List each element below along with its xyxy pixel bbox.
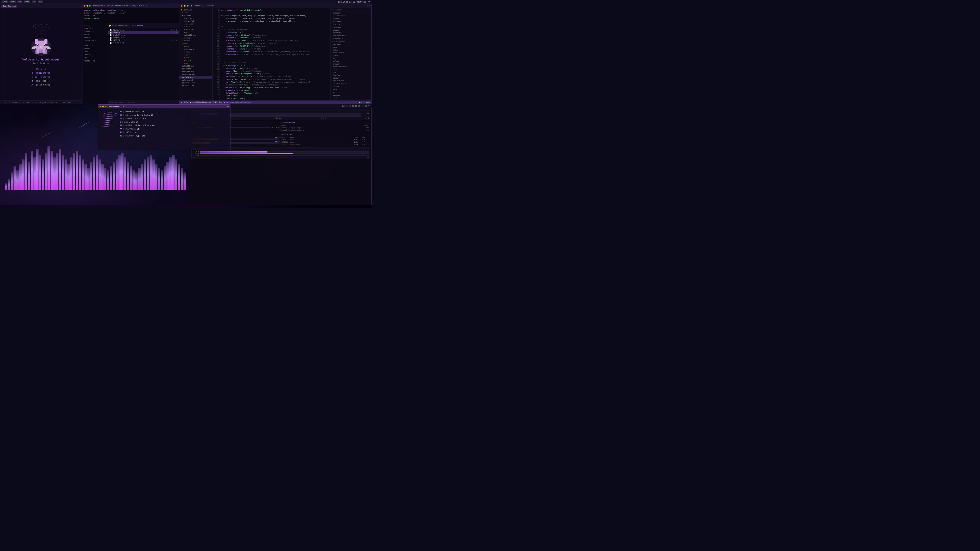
- fm-sidebar-home[interactable]: home lab: [83, 44, 108, 47]
- right-item-locale[interactable]: locale: [331, 29, 371, 32]
- tree-style[interactable]: ► style: [180, 59, 212, 62]
- tree-pkgs[interactable]: ► pkgs: [180, 53, 212, 56]
- file-icon-installsh: ■: [183, 85, 183, 87]
- editor-min-button[interactable]: [184, 5, 186, 6]
- tree-hardware-label: hardware: [186, 48, 194, 50]
- svg-rect-2: [45, 39, 48, 44]
- right-item-system[interactable]: system: [331, 17, 371, 20]
- minimize-button[interactable]: [86, 5, 88, 6]
- filemanager-panel: emmet@snowfire: /home/emmet/.dotfiles/fl…: [82, 3, 179, 104]
- tree-hardensh[interactable]: ■ harden.sh: [180, 79, 212, 81]
- neofetch-max[interactable]: [105, 106, 106, 107]
- tree-personal[interactable]: ► personal: [180, 22, 212, 25]
- tree-themes[interactable]: ► themes: [180, 39, 212, 42]
- tree-readme3[interactable]: ■ README.org: [180, 70, 212, 73]
- qb-menu-closetab[interactable]: [x] [Close tab]: [30, 83, 52, 87]
- fm-sidebar-octave[interactable]: Octave-work: [83, 39, 108, 42]
- qutebrowser-active-tab[interactable]: Tech Profile: [1, 5, 18, 8]
- right-item-font[interactable]: font: [331, 71, 371, 74]
- file-row-license[interactable]: 📄 LICENSE 34.2 K: [108, 39, 179, 41]
- fm-sidebar-wsl[interactable]: wsl: [83, 56, 108, 59]
- right-item-dotfilesdir[interactable]: dotfilesDir: [331, 51, 371, 54]
- editor-max-button[interactable]: [187, 5, 189, 6]
- right-item-nixsystem[interactable]: system: [331, 85, 371, 88]
- tree-readme-profiles[interactable]: ■ README.org: [180, 34, 212, 37]
- right-item-email[interactable]: email: [331, 48, 371, 51]
- fm-sidebar-readme[interactable]: README.org: [83, 59, 108, 62]
- tree-git[interactable]: ► .git: [180, 11, 212, 14]
- right-item-bootmode[interactable]: bootMode: [331, 32, 371, 34]
- right-item-nixsrc[interactable]: src: [331, 91, 371, 94]
- fm-sidebar-worklab[interactable]: worklab: [83, 53, 108, 56]
- status-bar-left: Tech 100% 20% 100% 28 10S: [2, 0, 43, 3]
- right-item-browser[interactable]: browser: [331, 62, 371, 65]
- editor-code-content[interactable]: description = "Flake of LibrePhoenix"; o…: [220, 8, 331, 100]
- fm-sidebar-homelab[interactable]: home lab: [83, 27, 108, 30]
- sysmon-net-fill2: [200, 153, 293, 154]
- neofetch-close[interactable]: [100, 106, 101, 107]
- fm-sidebar-bookmarks[interactable]: Bookmarks: [83, 30, 108, 33]
- file-icon-readme1: ■: [185, 34, 186, 36]
- audio-bar-59: [172, 155, 175, 190]
- tree-worklab[interactable]: ► worklab: [180, 28, 212, 31]
- qb-menu-quickmarks[interactable]: [b] [Quickmarks]: [30, 71, 52, 75]
- tree-homelab[interactable]: ► home lab: [180, 20, 212, 22]
- tree-installsh[interactable]: ■ install.sh: [180, 84, 212, 87]
- fm-sidebar-work[interactable]: work: [83, 50, 108, 53]
- tree-profiles[interactable]: ▼ profiles: [180, 17, 212, 20]
- right-item-defaultroamdir[interactable]: defaultRoamDir: [331, 65, 371, 68]
- maximize-button[interactable]: [89, 5, 91, 6]
- qb-menu-newtab[interactable]: [t] [New tab]: [30, 79, 52, 83]
- tree-patches[interactable]: ► patches: [180, 14, 212, 17]
- right-item-theme[interactable]: theme: [331, 54, 371, 57]
- right-item-nixname[interactable]: name: [331, 88, 371, 91]
- svg-rect-9: [35, 49, 39, 54]
- file-row-flakenix[interactable]: 📄 flake.nix 2.26 K: [108, 32, 179, 34]
- tree-user[interactable]: ▼ user: [180, 42, 212, 45]
- right-item-profile[interactable]: profile: [331, 23, 371, 26]
- qb-url: file:///home/emmet/.browser/Tech/config/…: [1, 102, 72, 103]
- right-item-spawneditor[interactable]: spawnEditor: [331, 79, 371, 82]
- right-item-editor[interactable]: editor: [331, 76, 371, 79]
- tree-root[interactable]: ▼ .dotfiles: [180, 8, 212, 11]
- neofetch-menu[interactable]: ☰: [227, 106, 229, 108]
- qb-menu-history[interactable]: [S h] [History]: [30, 75, 52, 79]
- tree-desktop[interactable]: ■ desktop.png: [180, 73, 212, 76]
- right-item-wmtype[interactable]: wmType: [331, 60, 371, 62]
- tree-app[interactable]: ► app: [180, 45, 212, 48]
- tree-installorg[interactable]: ■ install.org: [180, 81, 212, 84]
- tree-flakenix[interactable]: ■ flake.nix: [180, 76, 212, 79]
- tree-readme2[interactable]: ■ README.org: [180, 65, 212, 67]
- right-item-bootmountpath[interactable]: bootMountPath: [331, 34, 371, 37]
- right-item-grubdevice[interactable]: grubDevice: [331, 37, 371, 40]
- fm-status-text: 4.03M sum, 155K free 0/13 All: [109, 102, 136, 103]
- right-item-fontpkg[interactable]: fontPkg: [331, 74, 371, 76]
- tree-license[interactable]: ■ LICENSE: [180, 67, 212, 70]
- right-item-timezone[interactable]: timezone: [331, 26, 371, 29]
- tree-system[interactable]: ► system: [180, 37, 212, 39]
- right-item-name[interactable]: name: [331, 46, 371, 48]
- right-item-wm[interactable]: wm: [331, 57, 371, 60]
- right-item-nixpatches[interactable]: patches: [331, 94, 371, 97]
- qb-menu-search[interactable]: [o] [Search]: [30, 67, 52, 71]
- file-row-installorg[interactable]: 📄 install.org: [108, 34, 179, 37]
- file-row-flakelock[interactable]: 📄 flake.lock 27.5 K: [108, 29, 179, 32]
- tree-lang[interactable]: ► lang: [180, 51, 212, 53]
- fm-sidebar-external[interactable]: External: [83, 36, 108, 39]
- tree-work[interactable]: ► work: [180, 25, 212, 28]
- right-item-term[interactable]: term: [331, 68, 371, 71]
- editor-close-button[interactable]: [181, 5, 183, 6]
- tree-shell[interactable]: ► shell: [180, 56, 212, 59]
- right-item-outputs[interactable]: outputs: [331, 11, 371, 14]
- tree-hardware[interactable]: ► hardware: [180, 48, 212, 51]
- tree-wm[interactable]: ► wm: [180, 62, 212, 65]
- neofetch-min[interactable]: [102, 106, 103, 107]
- file-row-installsh[interactable]: 📄 install.sh: [108, 37, 179, 39]
- file-row-readmeorg[interactable]: 📄 README.org: [108, 41, 179, 44]
- fm-sidebar-personal[interactable]: personal: [83, 47, 108, 50]
- close-button[interactable]: [84, 5, 86, 6]
- tree-wsl[interactable]: ► wsl: [180, 31, 212, 34]
- right-item-username[interactable]: username: [331, 43, 371, 46]
- fm-sidebar-trash[interactable]: Trash: [83, 33, 108, 36]
- right-item-hostname[interactable]: hostname: [331, 20, 371, 23]
